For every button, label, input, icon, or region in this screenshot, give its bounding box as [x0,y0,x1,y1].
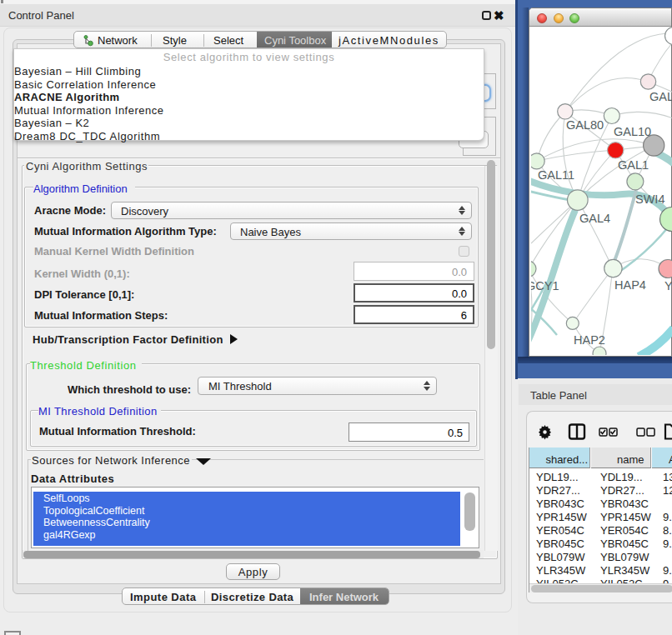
svg-text:Y: Y [664,279,672,292]
svg-text:GAL: GAL [649,90,672,103]
svg-text:SWI4: SWI4 [635,192,664,206]
svg-text:GAL80: GAL80 [566,118,604,132]
svg-text:GAL11: GAL11 [538,168,574,182]
svg-text:HAP4: HAP4 [614,278,646,292]
svg-text:GAL4: GAL4 [579,212,610,225]
svg-text:GCY1: GCY1 [531,279,559,292]
svg-text:GAL1: GAL1 [618,158,649,172]
svg-text:GAL10: GAL10 [614,125,651,138]
svg-text:HAP2: HAP2 [574,333,605,347]
